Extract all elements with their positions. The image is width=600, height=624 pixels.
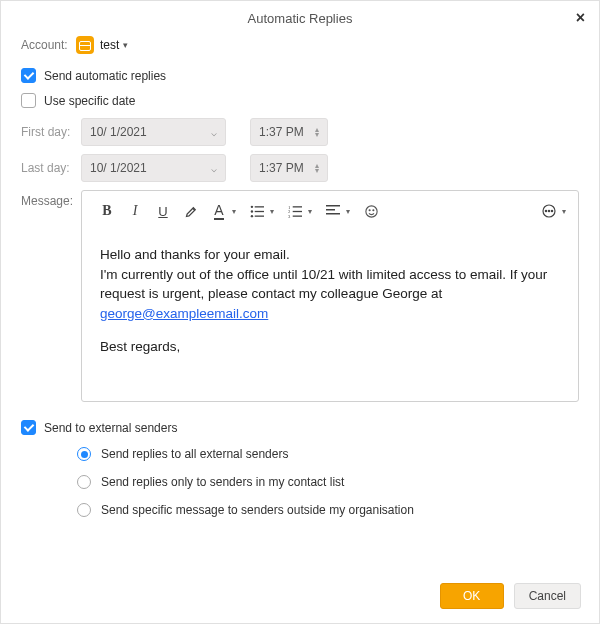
ok-button[interactable]: OK — [440, 583, 504, 609]
bold-button[interactable]: B — [94, 199, 120, 223]
svg-point-4 — [250, 214, 252, 216]
external-row[interactable]: Send to external senders — [21, 420, 579, 435]
send-auto-label: Send automatic replies — [44, 69, 166, 83]
number-list-button[interactable]: 123 — [282, 199, 308, 223]
svg-rect-9 — [292, 210, 301, 211]
mail-icon — [76, 36, 94, 54]
more-button[interactable] — [536, 199, 562, 223]
last-day-row: Last day: 10/ 1/2021 ⌵ 1:37 PM ▴▾ — [21, 154, 579, 182]
svg-point-17 — [372, 209, 373, 210]
svg-point-15 — [365, 205, 376, 216]
use-date-row[interactable]: Use specific date — [21, 93, 579, 108]
svg-point-21 — [551, 210, 552, 211]
chevron-down-icon[interactable]: ▾ — [562, 207, 566, 216]
last-day-date-value: 10/ 1/2021 — [90, 161, 147, 175]
svg-point-19 — [545, 210, 546, 211]
svg-rect-3 — [254, 210, 263, 211]
first-day-date[interactable]: 10/ 1/2021 ⌵ — [81, 118, 226, 146]
first-day-date-value: 10/ 1/2021 — [90, 125, 147, 139]
account-row: Account: test ▾ — [21, 36, 579, 54]
account-label: Account: — [21, 38, 76, 52]
external-section: Send to external senders Send replies to… — [21, 420, 579, 517]
underline-button[interactable]: U — [150, 199, 176, 223]
radio-label: Send replies to all external senders — [101, 447, 288, 461]
last-day-time[interactable]: 1:37 PM ▴▾ — [250, 154, 328, 182]
cancel-button[interactable]: Cancel — [514, 583, 581, 609]
editor-toolbar: B I U A ▾ ▾ 123 ▾ — [82, 191, 578, 231]
svg-rect-12 — [326, 205, 340, 207]
svg-rect-7 — [292, 206, 301, 207]
dialog-footer: OK Cancel — [440, 583, 581, 609]
svg-text:3: 3 — [288, 214, 291, 218]
message-label: Message: — [21, 190, 81, 208]
message-textarea[interactable]: Hello and thanks for your email. I'm cur… — [82, 231, 578, 401]
account-name: test — [100, 38, 119, 52]
message-line: Hello and thanks for your email. — [100, 245, 560, 265]
last-day-time-value: 1:37 PM — [259, 161, 304, 175]
message-line: I'm currently out of the office until 10… — [100, 265, 560, 324]
last-day-date[interactable]: 10/ 1/2021 ⌵ — [81, 154, 226, 182]
chevron-down-icon[interactable]: ▾ — [346, 207, 350, 216]
svg-rect-5 — [254, 215, 263, 216]
automatic-replies-dialog: Automatic Replies × Account: test ▾ Send… — [0, 0, 600, 624]
radio-option-contacts[interactable]: Send replies only to senders in my conta… — [77, 475, 579, 489]
highlight-button[interactable] — [178, 199, 204, 223]
send-auto-row[interactable]: Send automatic replies — [21, 68, 579, 83]
time-spinner[interactable]: ▴▾ — [315, 127, 319, 137]
use-date-label: Use specific date — [44, 94, 135, 108]
last-day-label: Last day: — [21, 161, 81, 175]
radio-label: Send specific message to senders outside… — [101, 503, 414, 517]
bullet-list-button[interactable] — [244, 199, 270, 223]
align-button[interactable] — [320, 199, 346, 223]
chevron-down-icon[interactable]: ⌵ — [211, 163, 217, 174]
first-day-time[interactable]: 1:37 PM ▴▾ — [250, 118, 328, 146]
external-radio-group: Send replies to all external senders Sen… — [77, 447, 579, 517]
chevron-down-icon[interactable]: ▾ — [270, 207, 274, 216]
chevron-down-icon[interactable]: ▾ — [232, 207, 236, 216]
message-editor: B I U A ▾ ▾ 123 ▾ — [81, 190, 579, 402]
svg-point-16 — [369, 209, 370, 210]
chevron-down-icon[interactable]: ▾ — [308, 207, 312, 216]
titlebar: Automatic Replies × — [1, 1, 599, 32]
svg-point-2 — [250, 210, 252, 212]
radio-option-all[interactable]: Send replies to all external senders — [77, 447, 579, 461]
svg-rect-14 — [326, 213, 340, 215]
svg-rect-1 — [254, 206, 263, 207]
svg-point-20 — [548, 210, 549, 211]
use-date-checkbox[interactable] — [21, 93, 36, 108]
radio-label: Send replies only to senders in my conta… — [101, 475, 344, 489]
radio-option-outside[interactable]: Send specific message to senders outside… — [77, 503, 579, 517]
italic-button[interactable]: I — [122, 199, 148, 223]
email-link[interactable]: george@exampleemail.com — [100, 306, 268, 321]
first-day-time-value: 1:37 PM — [259, 125, 304, 139]
radio-button[interactable] — [77, 503, 91, 517]
message-line: Best regards, — [100, 337, 560, 357]
time-spinner[interactable]: ▴▾ — [315, 163, 319, 173]
first-day-row: First day: 10/ 1/2021 ⌵ 1:37 PM ▴▾ — [21, 118, 579, 146]
message-row: Message: B I U A ▾ ▾ 123 — [21, 190, 579, 402]
external-checkbox[interactable] — [21, 420, 36, 435]
chevron-down-icon[interactable]: ▾ — [123, 40, 128, 50]
dialog-title: Automatic Replies — [248, 11, 353, 26]
radio-button[interactable] — [77, 475, 91, 489]
emoji-button[interactable] — [358, 199, 384, 223]
chevron-down-icon[interactable]: ⌵ — [211, 127, 217, 138]
send-auto-checkbox[interactable] — [21, 68, 36, 83]
svg-rect-11 — [292, 215, 301, 216]
svg-point-0 — [250, 205, 252, 207]
external-label: Send to external senders — [44, 421, 177, 435]
font-color-button[interactable]: A — [206, 199, 232, 223]
radio-button[interactable] — [77, 447, 91, 461]
close-icon[interactable]: × — [576, 9, 585, 27]
first-day-label: First day: — [21, 125, 81, 139]
svg-rect-13 — [326, 209, 335, 211]
